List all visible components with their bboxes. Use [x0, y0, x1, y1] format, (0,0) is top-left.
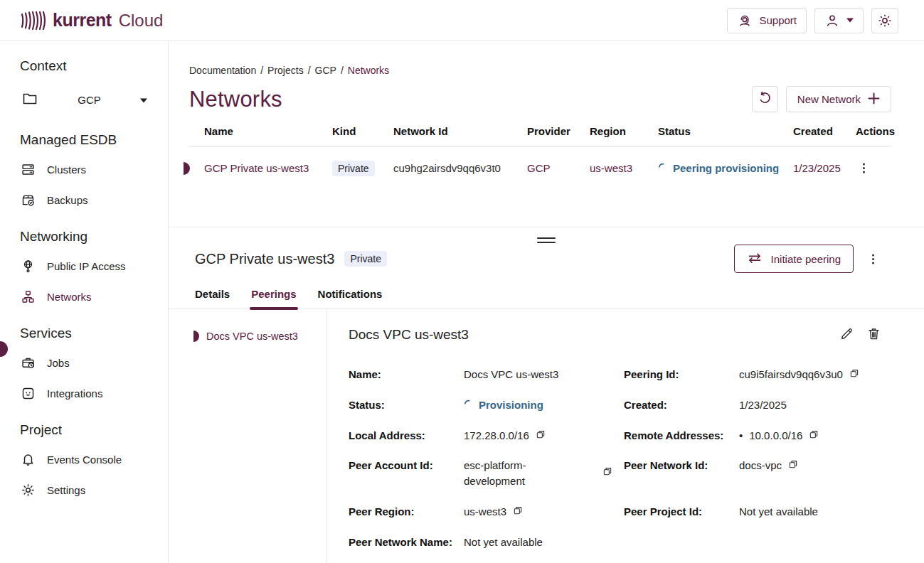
top-header: kurrent Cloud Support	[0, 0, 924, 41]
outlet-icon	[20, 386, 36, 401]
sidebar-item-events-console[interactable]: Events Console	[20, 452, 168, 467]
panel-tabs: Details Peerings Notifications	[169, 288, 924, 309]
field-value-peering-id: cu9i5fairsdv9qq6v3u0	[739, 367, 883, 382]
field-label: Status:	[349, 397, 464, 413]
field-label: Local Address:	[349, 428, 464, 444]
sidebar-item-jobs[interactable]: Jobs	[20, 355, 168, 370]
network-name-link[interactable]: GCP Private us-west3	[204, 162, 332, 174]
tab-notifications[interactable]: Notifications	[318, 288, 383, 309]
initiate-peering-label: Initiate peering	[771, 253, 841, 265]
new-network-label: New Network	[797, 93, 861, 105]
network-hierarchy-icon	[20, 289, 36, 304]
sidebar-item-label: Networks	[47, 291, 92, 303]
breadcrumb-item[interactable]: Projects	[267, 65, 304, 76]
breadcrumb-item[interactable]: GCP	[315, 65, 336, 76]
field-value-peer-account-id: esc-platform-development	[464, 458, 624, 489]
tab-peerings[interactable]: Peerings	[251, 288, 296, 309]
field-value-created: 1/23/2025	[739, 397, 883, 413]
gear-icon	[20, 483, 36, 498]
sidebar-item-integrations[interactable]: Integrations	[20, 386, 168, 401]
sidebar-item-label: Clusters	[47, 163, 86, 176]
refresh-button[interactable]	[752, 86, 778, 112]
initiate-peering-button[interactable]: Initiate peering	[734, 245, 854, 273]
delete-peering-button[interactable]	[865, 325, 883, 345]
spinner-icon	[464, 397, 473, 413]
field-value-status: Provisioning	[464, 397, 624, 413]
network-kind-cell: Private	[332, 161, 393, 176]
context-selector[interactable]: GCP	[20, 88, 152, 111]
edit-peering-button[interactable]	[838, 325, 856, 345]
networks-table: Name Kind Network Id Provider Region Sta…	[189, 125, 891, 189]
field-label: Remote Addresses:	[624, 428, 739, 444]
sidebar-item-label: Backups	[47, 194, 88, 206]
region-cell: us-west3	[590, 162, 658, 174]
breadcrumb-item[interactable]: Documentation	[189, 65, 256, 76]
field-label: Peer Network Name:	[349, 535, 464, 550]
column-header-region: Region	[590, 125, 658, 137]
sidebar-item-label: Integrations	[47, 387, 102, 400]
field-value-peer-project-id: Not yet available	[739, 504, 883, 520]
column-header-network-id: Network Id	[393, 125, 527, 137]
sidebar-section-networking: Networking Public IP Access	[20, 229, 168, 304]
table-header-row: Name Kind Network Id Provider Region Sta…	[189, 125, 891, 147]
sidebar-item-clusters[interactable]: Clusters	[20, 162, 168, 177]
theme-toggle-button[interactable]	[871, 8, 898, 33]
field-label: Created:	[624, 397, 739, 413]
status-text: Peering provisioning	[673, 162, 779, 174]
briefcase-clock-icon	[20, 355, 36, 370]
backups-icon	[20, 193, 36, 208]
field-label: Peering Id:	[624, 367, 739, 382]
brand-suffix: Cloud	[119, 11, 164, 31]
app-window: kurrent Cloud Support	[0, 0, 924, 563]
swap-arrows-icon	[747, 252, 763, 266]
panel-kebab-menu-button[interactable]	[865, 250, 881, 268]
sidebar-item-settings[interactable]: Settings	[20, 483, 168, 498]
sidebar-item-public-ip-access[interactable]: Public IP Access	[20, 259, 168, 274]
user-menu-button[interactable]	[814, 8, 864, 33]
support-button[interactable]: Support	[727, 8, 807, 33]
actions-cell	[856, 159, 891, 177]
sidebar-item-label: Settings	[47, 484, 85, 496]
breadcrumb-separator: /	[308, 65, 311, 76]
sidebar-item-backups[interactable]: Backups	[20, 193, 168, 208]
pencil-icon	[839, 326, 854, 343]
field-value-local-address: 172.28.0.0/16	[464, 428, 624, 444]
field-label: Peer Project Id:	[624, 504, 739, 520]
trash-icon	[866, 326, 881, 343]
bell-icon	[20, 452, 36, 467]
panel-kind-badge: Private	[344, 251, 387, 267]
copy-icon[interactable]	[536, 429, 546, 439]
brand-logo[interactable]: kurrent Cloud	[20, 10, 163, 31]
created-cell: 1/23/2025	[793, 162, 856, 174]
panel-drag-handle[interactable]	[537, 235, 556, 246]
table-row[interactable]: GCP Private us-west3 Private cu9hg2airsd…	[189, 147, 891, 189]
field-label: Name:	[349, 367, 464, 382]
peering-list-item[interactable]: Docs VPC us-west3	[195, 331, 326, 342]
copy-icon[interactable]	[513, 505, 523, 515]
chevron-down-icon	[140, 93, 147, 106]
user-icon	[824, 13, 840, 28]
section-title-networking: Networking	[20, 229, 168, 245]
field-value-peer-region: us-west3	[464, 504, 624, 520]
network-detail-panel: GCP Private us-west3 Private Initiate	[169, 227, 924, 563]
folder-icon	[21, 90, 38, 109]
header-actions: Support	[727, 8, 898, 33]
plus-icon	[868, 92, 880, 107]
column-header-created: Created	[793, 125, 856, 137]
section-title-managed-esdb: Managed ESDB	[20, 132, 168, 148]
field-value-name: Docs VPC us-west3	[464, 367, 624, 382]
row-kebab-menu-button[interactable]	[856, 159, 872, 177]
section-title-project: Project	[20, 422, 168, 438]
breadcrumb: Documentation/Projects/GCP/Networks	[189, 65, 891, 76]
copy-icon[interactable]	[788, 459, 798, 469]
tab-details[interactable]: Details	[195, 288, 230, 309]
section-title-services: Services	[20, 326, 168, 341]
new-network-button[interactable]: New Network	[786, 86, 891, 112]
copy-icon[interactable]	[809, 429, 819, 439]
brand-name: kurrent	[53, 10, 112, 31]
sidebar-item-networks[interactable]: Networks	[20, 289, 168, 304]
field-label: Peer Region:	[349, 504, 464, 520]
sidebar-section-managed-esdb: Managed ESDB Clusters	[20, 132, 168, 208]
copy-icon[interactable]	[849, 368, 859, 378]
copy-icon[interactable]	[602, 466, 612, 476]
